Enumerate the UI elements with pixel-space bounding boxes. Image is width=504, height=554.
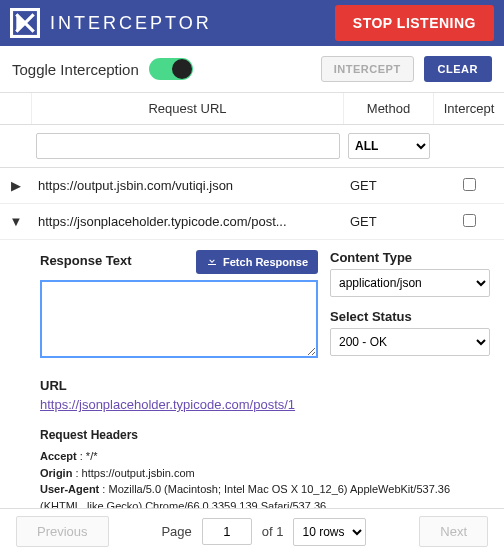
toggle-label: Toggle Interception	[12, 61, 139, 78]
rows-per-page-select[interactable]: 10 rows	[293, 518, 366, 546]
fetch-response-button[interactable]: Fetch Response	[196, 250, 318, 274]
response-text-label: Response Text	[40, 253, 132, 268]
expand-toggle[interactable]: ▼	[0, 208, 32, 235]
next-button[interactable]: Next	[419, 516, 488, 547]
intercept-button[interactable]: INTERCEPT	[321, 56, 414, 82]
stop-listening-button[interactable]: STOP LISTENING	[335, 5, 494, 41]
column-url: Request URL	[32, 93, 344, 124]
previous-button[interactable]: Previous	[16, 516, 109, 547]
filter-row: ALL	[0, 125, 504, 168]
header-line: Accept : */*	[40, 448, 490, 465]
url-link[interactable]: https://jsonplaceholder.typicode.com/pos…	[40, 397, 295, 412]
method-filter-select[interactable]: ALL	[348, 133, 430, 159]
table-row: ▶ https://output.jsbin.com/vutiqi.json G…	[0, 168, 504, 204]
url-label: URL	[40, 378, 490, 393]
fetch-button-label: Fetch Response	[223, 256, 308, 268]
row-method: GET	[344, 172, 434, 199]
of-label: of 1	[262, 524, 284, 539]
page-input[interactable]	[202, 518, 252, 545]
column-expand	[0, 93, 32, 124]
url-filter-input[interactable]	[36, 133, 340, 159]
status-select[interactable]: 200 - OK	[330, 328, 490, 356]
interception-toggle[interactable]	[149, 58, 193, 80]
row-method: GET	[344, 208, 434, 235]
app-title: INTERCEPTOR	[50, 13, 325, 34]
download-icon	[206, 255, 218, 269]
header-line: Origin : https://output.jsbin.com	[40, 465, 490, 482]
intercept-checkbox[interactable]	[463, 214, 476, 227]
table-row: ▼ https://jsonplaceholder.typicode.com/p…	[0, 204, 504, 240]
page-label: Page	[161, 524, 191, 539]
clear-button[interactable]: CLEAR	[424, 56, 492, 82]
row-url: https://jsonplaceholder.typicode.com/pos…	[32, 208, 344, 235]
app-header: INTERCEPTOR STOP LISTENING	[0, 0, 504, 46]
status-label: Select Status	[330, 309, 490, 324]
row-url: https://output.jsbin.com/vutiqi.json	[32, 172, 344, 199]
request-headers-label: Request Headers	[40, 426, 490, 444]
response-textarea[interactable]	[40, 280, 318, 358]
column-intercept: Intercept	[434, 93, 504, 124]
detail-panel: Response Text Fetch Response Content Typ…	[0, 240, 504, 542]
content-type-select[interactable]: application/json	[330, 269, 490, 297]
app-logo	[10, 8, 40, 38]
pagination: Previous Page of 1 10 rows Next	[0, 508, 504, 554]
expand-toggle[interactable]: ▶	[0, 172, 32, 199]
intercept-checkbox[interactable]	[463, 178, 476, 191]
content-type-label: Content Type	[330, 250, 490, 265]
subheader: Toggle Interception INTERCEPT CLEAR	[0, 46, 504, 93]
table-header: Request URL Method Intercept	[0, 93, 504, 125]
column-method: Method	[344, 93, 434, 124]
toggle-knob	[172, 59, 192, 79]
